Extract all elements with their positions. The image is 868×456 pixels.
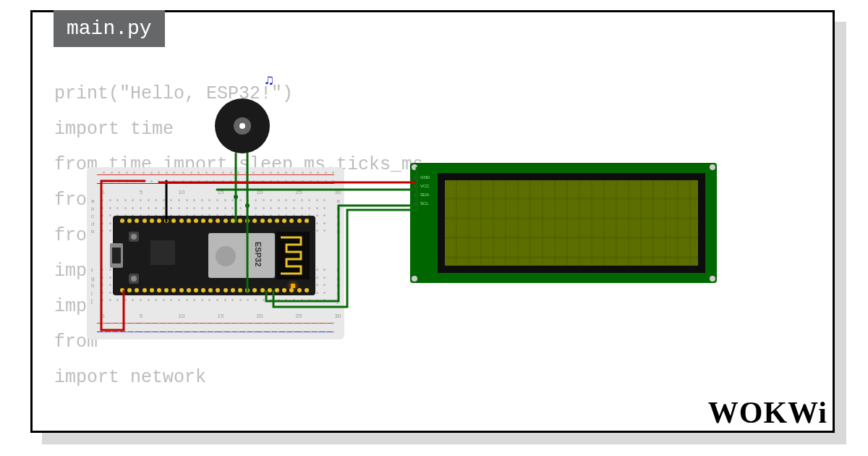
power-rail-top-pos [97, 174, 334, 175]
screw-icon [710, 164, 715, 170]
power-led-icon [291, 284, 295, 288]
row-labels-left-bot: fghij [91, 267, 94, 305]
power-rail-bot-pos [97, 323, 334, 324]
header-pins-bottom [120, 288, 309, 292]
lcd-bezel [438, 173, 705, 273]
esp32-devkit[interactable]: ESP32 [113, 216, 315, 295]
wokwi-logo: WOKWi [708, 395, 827, 430]
music-note-icon: ♫ [265, 72, 273, 89]
boot-button[interactable] [129, 274, 139, 284]
lcd-display-area [445, 180, 698, 266]
row-labels-right-top: abcde [337, 198, 340, 236]
screw-icon [710, 276, 715, 282]
screw-icon [412, 164, 417, 170]
row-labels-left-top: abcde [91, 198, 94, 236]
i2c-pin-labels: GND VCC SDA SCL [414, 173, 430, 208]
col-labels-top: 151015202530 [100, 189, 343, 195]
row-labels-right-bot: fghij [337, 267, 340, 305]
col-labels-bot: 151015202530 [100, 313, 343, 319]
regulator-chip [150, 240, 175, 265]
screw-icon [412, 276, 417, 282]
power-rail-top-neg [97, 183, 334, 184]
pcb-antenna [276, 232, 310, 279]
micro-usb-port [110, 243, 123, 268]
reset-button[interactable] [129, 232, 139, 242]
power-rail-bot-neg [97, 332, 334, 332]
header-pins-top [120, 219, 309, 223]
esp32-rf-shield [208, 233, 275, 278]
lcd-2004-i2c[interactable]: GND VCC SDA SCL [410, 163, 717, 283]
filename-tab[interactable]: main.py [54, 10, 165, 47]
piezo-buzzer[interactable] [215, 98, 270, 153]
esp32-shield-label: ESP32 [254, 242, 263, 266]
